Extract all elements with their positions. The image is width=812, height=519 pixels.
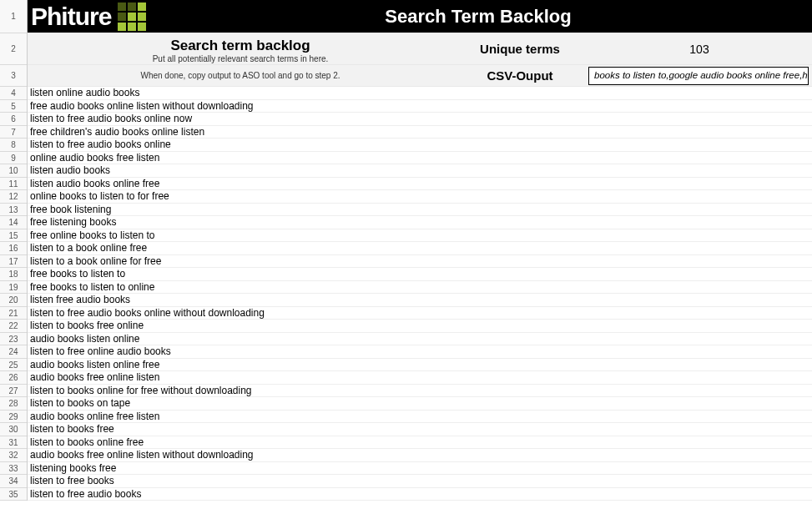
term-cell[interactable]: listen audio books xyxy=(28,164,812,178)
row-number[interactable]: 34 xyxy=(0,475,27,488)
term-cell[interactable]: listen to books on tape xyxy=(28,397,812,411)
row-number[interactable]: 16 xyxy=(0,242,27,255)
row-number[interactable]: 22 xyxy=(0,320,27,333)
row-number[interactable]: 24 xyxy=(0,345,27,359)
row-number[interactable]: 2 xyxy=(0,33,27,65)
term-cell[interactable]: free listening books xyxy=(28,216,812,229)
term-cell[interactable]: listen to a book online for free xyxy=(28,255,812,269)
term-cell[interactable]: listen to books free online xyxy=(28,320,812,333)
unique-terms-value: 103 xyxy=(587,43,812,56)
row-number[interactable]: 12 xyxy=(0,190,27,204)
row-number[interactable]: 3 xyxy=(0,65,27,87)
csv-output-cell[interactable]: books to listen to,google audio books on… xyxy=(588,67,809,85)
row-number[interactable]: 11 xyxy=(0,178,27,191)
term-cell[interactable]: listen free audio books xyxy=(28,294,812,307)
term-cell[interactable]: listen to a book online free xyxy=(28,242,812,255)
row-number[interactable]: 6 xyxy=(0,113,27,126)
row-number[interactable]: 30 xyxy=(0,423,27,436)
brand-logo-icon xyxy=(118,3,146,31)
row-number[interactable]: 18 xyxy=(0,268,27,281)
term-cell[interactable]: listen to books online free xyxy=(28,436,812,450)
csv-output-label: CSV-Ouput xyxy=(453,68,587,83)
row-number[interactable]: 13 xyxy=(0,204,27,217)
row-number[interactable]: 4 xyxy=(0,87,27,100)
backlog-subtitle-block: When done, copy output to ASO tool and g… xyxy=(28,71,453,80)
row-number[interactable]: 20 xyxy=(0,294,27,307)
term-cell[interactable]: listen to free audio books online xyxy=(28,139,812,152)
row-number[interactable]: 35 xyxy=(0,488,27,501)
term-cell[interactable]: audio books free online listen xyxy=(28,371,812,385)
term-cell[interactable]: audio books listen online xyxy=(28,333,812,346)
row-number[interactable]: 1 xyxy=(0,0,27,33)
term-cell[interactable]: free books to listen to online xyxy=(28,281,812,295)
page-title: Search Term Backlog xyxy=(194,6,812,28)
term-cell[interactable]: listen to free audio books xyxy=(28,488,812,501)
term-cell[interactable]: online audio books free listen xyxy=(28,152,812,165)
row-number[interactable]: 5 xyxy=(0,100,27,113)
term-cell[interactable]: audio books online free listen xyxy=(28,411,812,424)
row-number[interactable]: 28 xyxy=(0,397,27,411)
row-number[interactable]: 19 xyxy=(0,281,27,295)
row-number[interactable]: 25 xyxy=(0,359,27,372)
row-number[interactable]: 9 xyxy=(0,152,27,165)
term-cell[interactable]: free audio books online listen without d… xyxy=(28,100,812,113)
term-cell[interactable]: listen to free audio books online now xyxy=(28,113,812,126)
row-number-gutter: 1 2 3 4 5 6 7 8 9 10 11 12 13 14 15 16 1… xyxy=(0,0,28,501)
brand-logo: Phiture xyxy=(28,3,194,31)
term-cell[interactable]: free children's audio books online liste… xyxy=(28,126,812,139)
backlog-subtitle-2: When done, copy output to ASO tool and g… xyxy=(28,71,453,80)
row-number[interactable]: 15 xyxy=(0,229,27,243)
unique-terms-label: Unique terms xyxy=(453,42,587,56)
term-cell[interactable]: online books to listen to for free xyxy=(28,190,812,204)
row-number[interactable]: 14 xyxy=(0,216,27,229)
term-cell[interactable]: listen to free audio books online withou… xyxy=(28,307,812,320)
row-number[interactable]: 8 xyxy=(0,139,27,152)
header-row: Phiture Search Term Backlog xyxy=(28,0,812,33)
csv-row: When done, copy output to ASO tool and g… xyxy=(28,65,812,87)
term-cell[interactable]: listen audio books online free xyxy=(28,178,812,191)
term-cell[interactable]: listen to books free xyxy=(28,423,812,436)
row-number[interactable]: 10 xyxy=(0,164,27,178)
row-number[interactable]: 17 xyxy=(0,255,27,269)
row-number[interactable]: 31 xyxy=(0,436,27,450)
term-cell[interactable]: free books to listen to xyxy=(28,268,812,281)
row-number[interactable]: 32 xyxy=(0,449,27,462)
brand-name: Phiture xyxy=(31,3,111,31)
row-number[interactable]: 27 xyxy=(0,385,27,398)
row-number[interactable]: 23 xyxy=(0,333,27,346)
row-number[interactable]: 21 xyxy=(0,307,27,320)
term-cell[interactable]: audio books listen online free xyxy=(28,359,812,372)
backlog-title: Search term backlog xyxy=(28,38,453,54)
row-number[interactable]: 29 xyxy=(0,411,27,424)
row-number[interactable]: 7 xyxy=(0,126,27,139)
term-cell[interactable]: free book listening xyxy=(28,204,812,217)
term-cell[interactable]: listen to free books xyxy=(28,475,812,488)
row-number[interactable]: 33 xyxy=(0,462,27,476)
term-cell[interactable]: listening books free xyxy=(28,462,812,476)
subheader-row: Search term backlog Put all potentially … xyxy=(28,33,812,65)
term-cell[interactable]: listen to free online audio books xyxy=(28,345,812,359)
term-cell[interactable]: free online books to listen to xyxy=(28,229,812,243)
term-cell[interactable]: listen to books online for free without … xyxy=(28,385,812,398)
row-number[interactable]: 26 xyxy=(0,371,27,385)
term-cell[interactable]: listen online audio books xyxy=(28,87,812,100)
term-cell[interactable]: audio books free online listen without d… xyxy=(28,449,812,462)
backlog-label-block: Search term backlog Put all potentially … xyxy=(28,34,453,63)
backlog-subtitle-1: Put all potentially relevant search term… xyxy=(28,54,453,63)
